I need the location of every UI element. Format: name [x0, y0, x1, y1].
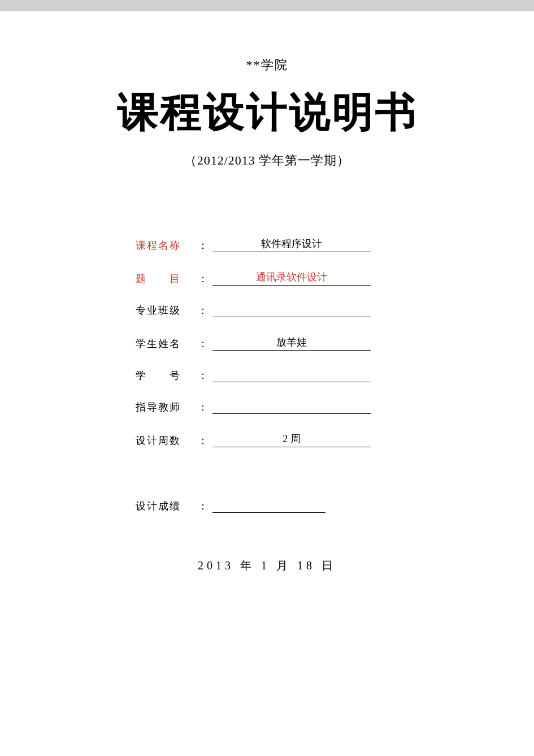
grade-row: 设计成绩 ：: [136, 499, 325, 513]
colon-weeks: ：: [198, 434, 208, 447]
value-id: [212, 381, 371, 382]
grade-section: 设计成绩 ：: [57, 499, 477, 513]
date-text: 2013 年 1 月 18 日: [198, 559, 336, 572]
value-teacher: [212, 412, 371, 414]
value-title: 通讯录软件设计: [212, 270, 371, 286]
value-class: [212, 316, 371, 317]
date-section: 2013 年 1 月 18 日: [57, 558, 477, 573]
colon-id: ：: [198, 369, 208, 382]
form-section: 课程名称 ： 软件程序设计 题 目 ： 通讯录软件设计 专业班级 ： 学生姓名 …: [57, 237, 477, 465]
colon-title: ：: [198, 272, 208, 286]
value-grade: [212, 511, 325, 513]
colon-grade: ：: [198, 499, 208, 513]
label-teacher: 指导教师: [136, 400, 198, 414]
colon-name: ：: [198, 337, 208, 351]
label-title: 题 目: [136, 272, 198, 286]
form-row-class: 专业班级 ：: [136, 304, 477, 317]
form-row-id: 学 号 ：: [136, 369, 477, 382]
colon-teacher: ：: [198, 400, 208, 414]
label-grade: 设计成绩: [136, 499, 198, 513]
form-row-title: 题 目 ： 通讯录软件设计: [136, 270, 477, 286]
value-course: 软件程序设计: [212, 237, 371, 252]
colon-class: ：: [198, 304, 208, 317]
value-name: 放羊娃: [212, 335, 371, 351]
form-row-name: 学生姓名 ： 放羊娃: [136, 335, 477, 351]
main-title: 课程设计说明书: [117, 90, 418, 135]
subtitle: （2012/2013 学年第一学期）: [184, 152, 350, 169]
label-name: 学生姓名: [136, 337, 198, 351]
label-class: 专业班级: [136, 304, 198, 317]
form-row-course: 课程名称 ： 软件程序设计: [136, 237, 477, 252]
label-course: 课程名称: [136, 239, 198, 252]
colon-course: ：: [198, 239, 208, 252]
form-row-teacher: 指导教师 ：: [136, 400, 477, 414]
label-weeks: 设计周数: [136, 434, 198, 447]
document-page: **学院 课程设计说明书 （2012/2013 学年第一学期） 课程名称 ： 软…: [0, 11, 534, 756]
form-row-weeks: 设计周数 ： 2 周: [136, 432, 477, 447]
label-id: 学 号: [136, 369, 198, 382]
value-weeks: 2 周: [212, 432, 371, 447]
school-name: **学院: [246, 57, 288, 74]
